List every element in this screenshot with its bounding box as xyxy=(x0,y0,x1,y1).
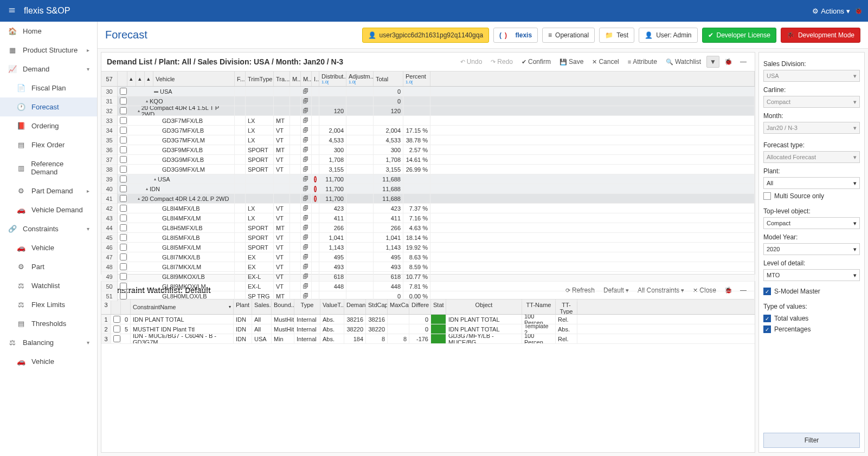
nav-home[interactable]: 🏠Home xyxy=(0,22,97,41)
col-total[interactable]: Total xyxy=(374,71,403,86)
copy-icon[interactable]: 🗐 xyxy=(303,264,308,270)
sales-division-select[interactable]: USA▾ xyxy=(763,70,860,82)
col-checkbox[interactable] xyxy=(118,71,127,86)
col-vehicle[interactable]: Vehicle xyxy=(153,71,235,86)
table-row[interactable]: ▴20 Compact 4DR L4 1.5L T P 2WD🗐120120 xyxy=(118,106,755,116)
table-row[interactable]: GL8I5MFX/LBSPORTVT🗐1,0411,04118.14 % xyxy=(118,233,755,243)
nav-part[interactable]: ⚙Part xyxy=(0,257,97,276)
col-trim[interactable]: TrimType xyxy=(246,71,274,86)
table-row[interactable]: GL8H5MFX/LBSPORTMT🗐2662664.63 % xyxy=(118,223,755,233)
nav-forecast[interactable]: 🕐Forecast xyxy=(0,97,97,116)
col-plant[interactable]: Plant xyxy=(234,299,252,314)
col-i[interactable]: I... xyxy=(312,71,319,86)
col-type[interactable]: Type xyxy=(294,299,320,314)
table-row[interactable]: GL8I5MFX/LMSPORTVT🗐1,1431,14319.92 % xyxy=(118,243,755,252)
col-max[interactable]: MaxCa xyxy=(388,299,409,314)
table-row[interactable]: ▴IDN🗐!11,70011,688 xyxy=(118,184,755,194)
row-checkbox[interactable] xyxy=(113,325,120,333)
top-level-select[interactable]: Compact▾ xyxy=(763,217,860,229)
table-row[interactable]: GL8I9MKOX/LMEX-LVT🗐4484487.81 % xyxy=(118,282,755,291)
row-checkbox[interactable] xyxy=(120,205,127,212)
nav-vehicle-demand[interactable]: 🚗Vehicle Demand xyxy=(0,200,97,219)
nav-vehicle2[interactable]: 🚗Vehicle xyxy=(0,352,97,371)
table-row[interactable]: GD3G9MFX/LBSPORTVT🗐1,7081,70814.61 % xyxy=(118,155,755,165)
dev-license-chip[interactable]: ✔Developer License xyxy=(702,28,776,43)
col-bound[interactable]: Bound... xyxy=(272,299,294,314)
row-checkbox[interactable] xyxy=(120,263,127,270)
col-vt[interactable]: ValueT... xyxy=(320,299,344,314)
copy-icon[interactable]: 🗐 xyxy=(303,234,308,240)
col-stat[interactable]: Stat xyxy=(431,299,446,314)
row-checkbox[interactable] xyxy=(120,283,127,290)
nav-flex-order[interactable]: ▤Flex Order xyxy=(0,135,97,154)
nav-flex-limits[interactable]: ⚖Flex Limits xyxy=(0,295,97,314)
nav-ordering[interactable]: 📕Ordering xyxy=(0,116,97,135)
table-row[interactable]: GD3G9MFX/LMSPORTVT🗐3,1553,15526.99 % xyxy=(118,165,755,174)
nav-watchlist[interactable]: ⚖Watchlist xyxy=(0,276,97,295)
flexis-logo[interactable]: () flexis xyxy=(493,28,538,43)
copy-icon[interactable]: 🗐 xyxy=(303,166,308,172)
copy-icon[interactable]: 🗐 xyxy=(303,127,308,133)
row-checkbox[interactable] xyxy=(120,214,127,222)
row-checkbox[interactable] xyxy=(120,244,127,251)
user-chip[interactable]: 👤user3gpicc6d2h1631pg92q1140gqa xyxy=(362,28,490,43)
col-dem[interactable]: Deman xyxy=(344,299,366,314)
table-row[interactable]: 25MUSTHIT IDN Plant TtlIDNAllMustHitInte… xyxy=(101,324,755,334)
copy-icon[interactable]: 🗐 xyxy=(303,118,308,123)
nav-fiscal-plan[interactable]: 📄Fiscal Plan xyxy=(0,79,97,97)
col-sales[interactable]: Sales... xyxy=(252,299,272,314)
undo-button[interactable]: ↶Undo xyxy=(457,56,486,67)
col-name[interactable]: ConstraintName▾ xyxy=(131,299,234,314)
save-button[interactable]: 💾Save xyxy=(556,56,587,67)
user-admin-chip[interactable]: 👤User: Admin xyxy=(639,28,697,43)
row-checkbox[interactable] xyxy=(120,156,127,163)
row-checkbox[interactable] xyxy=(120,166,127,173)
copy-icon[interactable]: 🗐 xyxy=(303,108,308,114)
table-row[interactable]: GL8I9MKOX/LBEX-LVT🗐61861810.77 % xyxy=(118,272,755,282)
row-checkbox[interactable] xyxy=(120,136,127,144)
col-sort[interactable]: ▴ xyxy=(136,71,145,86)
table-row[interactable]: 10IDN PLANT TOTALIDNAllMustHitInternalAb… xyxy=(101,315,755,324)
row-checkbox[interactable] xyxy=(120,88,127,95)
watchlist-button[interactable]: 🔍Watchlist xyxy=(663,56,704,67)
actions-menu[interactable]: ⚙ Actions ▾ xyxy=(812,7,850,15)
row-checkbox[interactable] xyxy=(113,335,120,342)
copy-icon[interactable]: 🗐 xyxy=(303,196,308,201)
nav-product-structure[interactable]: ▦Product Structure▸ xyxy=(0,41,97,60)
total-values-check[interactable]: ✓Total values xyxy=(763,315,860,322)
table-row[interactable]: ▬USA🗐0 xyxy=(118,87,755,96)
row-checkbox[interactable] xyxy=(120,234,127,241)
col-pct[interactable]: Percent1.0[ xyxy=(403,71,430,86)
bug-icon[interactable]: 🐞 xyxy=(722,56,735,67)
nav-part-demand[interactable]: ⚙Part Demand▸ xyxy=(0,181,97,200)
table-row[interactable]: GD3G7MFX/LMLXVT🗐4,5334,53338.78 % xyxy=(118,135,755,145)
copy-icon[interactable]: 🗐 xyxy=(303,293,308,299)
smodel-check[interactable]: ✓S-Model Master xyxy=(763,288,860,295)
dev-mode-chip[interactable]: 🐞Development Mode xyxy=(781,28,860,43)
copy-icon[interactable]: 🗐 xyxy=(303,254,308,260)
cancel-button[interactable]: ✕Cancel xyxy=(589,56,622,67)
carline-select[interactable]: Compact▾ xyxy=(763,96,860,108)
filter-button[interactable]: Filter xyxy=(763,433,860,448)
col-obj[interactable]: Object xyxy=(446,299,522,314)
row-checkbox[interactable] xyxy=(120,253,127,260)
forecast-type-select[interactable]: Allocated Forecast▾ xyxy=(763,151,860,163)
col-m1[interactable]: M... xyxy=(290,71,301,86)
row-checkbox[interactable] xyxy=(113,316,120,323)
row-checkbox[interactable] xyxy=(120,97,127,105)
table-row[interactable]: GD3F7MFX/LBLXMT🗐 xyxy=(118,116,755,126)
col-f[interactable]: F... xyxy=(235,71,246,86)
row-checkbox[interactable] xyxy=(120,175,127,183)
table-row[interactable]: GL8I7MKX/LBEXVT🗐4954958.63 % xyxy=(118,252,755,262)
operational-chip[interactable]: ≡Operational xyxy=(542,28,595,43)
multi-source-check[interactable]: Multi Source only xyxy=(763,192,860,200)
col-adj[interactable]: Adjustm...1.0[ xyxy=(346,71,374,86)
col-sort[interactable]: ▴ xyxy=(145,71,153,86)
row-checkbox[interactable] xyxy=(120,117,127,124)
table-row[interactable]: GL8H0MLOX/LBSP TRGMT🗐00.00 % xyxy=(118,291,755,301)
row-checkbox[interactable] xyxy=(120,224,127,231)
row-checkbox[interactable] xyxy=(120,195,127,202)
row-checkbox[interactable] xyxy=(120,273,127,280)
col-sort[interactable]: ▴ xyxy=(127,71,136,86)
month-select[interactable]: Jan20 / N-3▾ xyxy=(763,122,860,134)
